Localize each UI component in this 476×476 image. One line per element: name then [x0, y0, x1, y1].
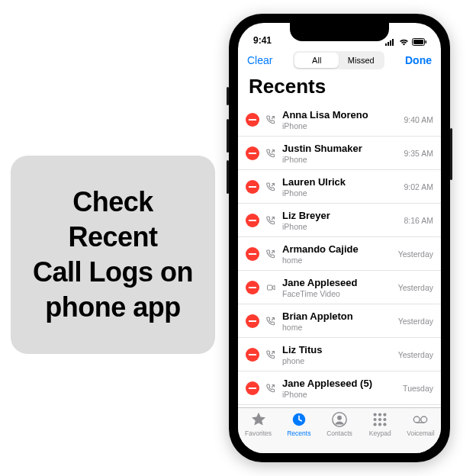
call-info: Jane Appleseed (5)iPhone	[282, 378, 400, 399]
call-row[interactable]: Justin ShumakeriPhone9:35 AM	[238, 137, 441, 170]
svg-point-20	[384, 423, 387, 426]
call-row[interactable]: Liz TitusphoneYesterday	[238, 338, 441, 371]
tab-recents[interactable]: Recents	[278, 411, 319, 453]
call-time: 9:02 AM	[404, 182, 433, 191]
caption-text: CheckRecentCall Logs onphone app	[33, 185, 193, 325]
tab-voicemail[interactable]: Voicemail	[400, 411, 441, 453]
call-row[interactable]: Armando CajidehomeYesterday	[238, 237, 441, 271]
done-button[interactable]: Done	[405, 54, 432, 66]
tab-bar: FavoritesRecentsContactsKeypadVoicemail	[238, 407, 441, 453]
caller-name: Brian Appleton	[282, 310, 395, 322]
call-time: Tuesday	[403, 384, 433, 393]
svg-point-13	[378, 413, 381, 416]
call-source: phone	[282, 356, 395, 365]
recents-list[interactable]: Anna Lisa MorenoiPhone9:40 AMJustin Shum…	[238, 103, 441, 407]
call-row[interactable]: Jane Appleseed (5)iPhoneTuesday	[238, 371, 441, 405]
volume-down-button	[227, 160, 229, 194]
call-time: Yesterday	[398, 350, 433, 359]
delete-button[interactable]	[246, 281, 259, 294]
svg-rect-2	[390, 40, 391, 46]
caller-name: Jane Appleseed (5)	[282, 378, 400, 389]
tab-favorites[interactable]: Favorites	[238, 411, 278, 453]
svg-rect-7	[267, 285, 272, 290]
call-info: Justin ShumakeriPhone	[282, 143, 400, 164]
tab-label: Favorites	[245, 429, 272, 437]
caller-name: Lauren Ulrick	[282, 176, 400, 188]
segment-missed[interactable]: Missed	[339, 53, 383, 68]
segment-all[interactable]: All	[294, 53, 339, 68]
svg-rect-5	[413, 40, 423, 44]
delete-button[interactable]	[246, 247, 259, 261]
svg-point-17	[384, 418, 387, 421]
contacts-icon	[331, 411, 348, 428]
volume-up-button	[227, 119, 229, 153]
call-time: Yesterday	[398, 283, 433, 292]
call-row[interactable]: Liz BreyeriPhone8:16 AM	[238, 204, 441, 237]
svg-rect-0	[385, 43, 387, 46]
tab-label: Recents	[287, 429, 310, 437]
filter-segmented-control[interactable]: All Missed	[293, 51, 384, 69]
keypad-icon	[371, 411, 388, 428]
wifi-icon	[399, 38, 409, 46]
call-row[interactable]: Jane AppleseedFaceTime VideoYesterday	[238, 271, 441, 304]
tab-keypad[interactable]: Keypad	[360, 411, 400, 453]
caller-name: Liz Breyer	[282, 210, 400, 221]
phone-outgoing-icon	[265, 350, 276, 359]
svg-point-16	[378, 418, 381, 421]
caller-name: Justin Shumaker	[282, 143, 400, 154]
call-info: Armando Cajidehome	[282, 243, 395, 265]
call-row[interactable]: Lauren UlrickiPhone9:02 AM	[238, 170, 441, 204]
favorites-icon	[250, 411, 267, 428]
svg-point-22	[421, 416, 427, 423]
power-button	[450, 128, 452, 180]
delete-button[interactable]	[246, 113, 259, 127]
svg-point-21	[414, 416, 420, 423]
phone-outgoing-icon	[265, 317, 276, 326]
call-source: FaceTime Video	[282, 289, 395, 298]
caller-name: Anna Lisa Moreno	[282, 109, 400, 121]
delete-button[interactable]	[246, 381, 259, 395]
tab-label: Keypad	[369, 429, 391, 437]
call-source: iPhone	[282, 390, 400, 399]
call-info: Liz BreyeriPhone	[282, 210, 400, 231]
phone-outgoing-icon	[265, 384, 276, 393]
delete-button[interactable]	[246, 180, 259, 194]
delete-button[interactable]	[246, 146, 259, 160]
status-indicators	[385, 38, 427, 46]
recents-icon	[291, 411, 307, 428]
call-source: iPhone	[282, 155, 400, 164]
page-title: Recents	[238, 73, 441, 103]
phone-outgoing-icon	[265, 149, 276, 158]
svg-rect-1	[388, 42, 389, 46]
call-time: 8:16 AM	[404, 216, 433, 225]
call-row[interactable]: Jane Appleseed (2)FaceTime VideoTuesday	[238, 405, 441, 407]
delete-button[interactable]	[246, 314, 259, 328]
battery-icon	[412, 38, 427, 46]
clear-button[interactable]: Clear	[247, 54, 272, 66]
tab-contacts[interactable]: Contacts	[319, 411, 359, 453]
call-row[interactable]: Anna Lisa MorenoiPhone9:40 AM	[238, 103, 441, 137]
call-time: Yesterday	[398, 317, 433, 326]
call-source: home	[282, 323, 395, 332]
phone-outgoing-icon	[265, 249, 276, 259]
delete-button[interactable]	[246, 214, 259, 227]
svg-point-15	[374, 418, 377, 421]
phone-outgoing-icon	[265, 216, 276, 225]
svg-rect-3	[392, 39, 394, 46]
call-source: iPhone	[282, 121, 400, 130]
call-row[interactable]: Brian AppletonhomeYesterday	[238, 304, 441, 338]
delete-button[interactable]	[246, 348, 259, 362]
caller-name: Armando Cajide	[282, 243, 395, 255]
tab-label: Contacts	[326, 429, 352, 437]
status-time: 9:41	[253, 35, 272, 46]
svg-rect-6	[426, 40, 427, 43]
phone-outgoing-icon	[265, 115, 276, 124]
svg-point-11	[337, 416, 342, 420]
svg-point-19	[378, 423, 381, 426]
call-info: Jane AppleseedFaceTime Video	[282, 277, 395, 298]
svg-point-18	[374, 423, 377, 426]
phone-frame: 9:41 Clear All Missed Done Recents Anna …	[229, 14, 450, 462]
nav-bar: Clear All Missed Done	[238, 47, 441, 73]
call-time: 9:35 AM	[404, 149, 433, 158]
notch	[290, 23, 389, 41]
